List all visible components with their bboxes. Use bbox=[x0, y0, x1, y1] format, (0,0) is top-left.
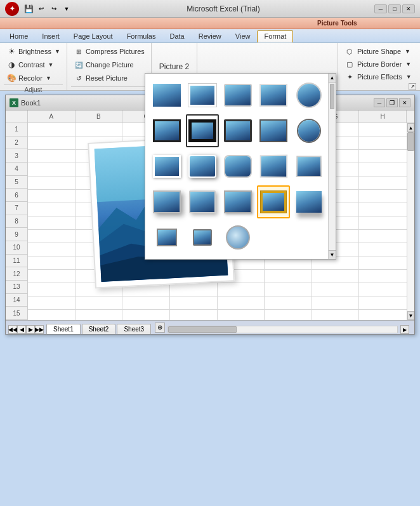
vertical-scrollbar[interactable]: ▲ ▼ bbox=[407, 123, 414, 320]
quick-access: ✦ 💾 ↩ ↪ ▼ bbox=[5, 2, 72, 16]
col-header-spacer bbox=[407, 110, 414, 123]
tab-page-layout[interactable]: Page Layout bbox=[67, 30, 120, 43]
row-num-8: 8 bbox=[6, 215, 27, 229]
row-num-9: 9 bbox=[6, 228, 27, 241]
horizontal-scrollbar[interactable] bbox=[167, 326, 398, 333]
col-header-a: A bbox=[28, 110, 75, 123]
scroll-up-arrow[interactable]: ▲ bbox=[407, 123, 414, 132]
expand-styles-button[interactable]: ↗ bbox=[409, 83, 416, 90]
sheet-last-btn[interactable]: ▶▶ bbox=[35, 325, 44, 334]
scroll-thumb-handle[interactable] bbox=[407, 132, 414, 151]
thumb-item-15[interactable] bbox=[292, 150, 325, 183]
sheet-tab-3[interactable]: Sheet3 bbox=[117, 324, 151, 334]
thumb-item-6[interactable] bbox=[150, 114, 183, 147]
excel-minimize-button[interactable]: ─ bbox=[374, 98, 385, 107]
thumb-item-13[interactable] bbox=[221, 150, 254, 183]
scroll-thumb[interactable] bbox=[330, 84, 334, 109]
close-button[interactable]: ✕ bbox=[402, 4, 415, 13]
tab-format[interactable]: Format bbox=[257, 30, 293, 43]
thumb-item-14[interactable] bbox=[257, 150, 290, 183]
thumb-item-4[interactable] bbox=[257, 79, 290, 112]
tab-view[interactable]: View bbox=[228, 30, 258, 43]
thumb-item-8[interactable] bbox=[221, 114, 254, 147]
thumb-item-7[interactable] bbox=[186, 114, 219, 147]
thumb-item-17[interactable] bbox=[186, 185, 219, 218]
thumb-item-1[interactable] bbox=[150, 79, 183, 112]
thumb-item-23[interactable] bbox=[221, 221, 254, 254]
compress-icon: ⊞ bbox=[74, 46, 84, 57]
brightness-icon: ☀ bbox=[6, 46, 16, 57]
thumb-item-3[interactable] bbox=[221, 79, 254, 112]
row-num-header bbox=[6, 110, 28, 123]
thumb-item-19[interactable] bbox=[257, 185, 290, 218]
picture-shape-button[interactable]: ⬡ Picture Shape ▼ bbox=[342, 45, 416, 58]
thumbnail-grid bbox=[150, 79, 331, 254]
recolor-button[interactable]: 🎨 Recolor ▼ bbox=[4, 72, 63, 84]
row-num-10: 10 bbox=[6, 241, 27, 255]
row-num-14: 14 bbox=[6, 294, 27, 307]
sheet-first-btn[interactable]: ◀◀ bbox=[8, 325, 17, 334]
reset-picture-button[interactable]: ↺ Reset Picture bbox=[71, 72, 147, 84]
thumb-item-5[interactable] bbox=[292, 79, 325, 112]
thumb-item-22[interactable] bbox=[186, 221, 219, 254]
thumb-item-9[interactable] bbox=[257, 114, 290, 147]
minimize-button[interactable]: ─ bbox=[374, 4, 387, 13]
thumb-item-16[interactable] bbox=[150, 185, 183, 218]
excel-close-button[interactable]: ✕ bbox=[399, 98, 410, 107]
maximize-button[interactable]: □ bbox=[388, 4, 401, 13]
picture-border-icon: ▢ bbox=[345, 59, 355, 69]
scroll-down-arrow[interactable]: ▼ bbox=[407, 311, 414, 320]
excel-icon: X bbox=[10, 98, 18, 107]
excel-restore-button[interactable]: ❐ bbox=[386, 98, 398, 107]
contrast-icon: ◑ bbox=[6, 60, 16, 70]
scroll-up-btn[interactable]: ▲ bbox=[329, 74, 336, 83]
app-container: ✦ 💾 ↩ ↪ ▼ Microsoft Excel (Trial) ─ □ ✕ … bbox=[0, 0, 420, 506]
row-num-6: 6 bbox=[6, 189, 27, 202]
save-icon[interactable]: 💾 bbox=[23, 3, 34, 15]
tab-insert[interactable]: Insert bbox=[35, 30, 67, 43]
excel-window-controls: ─ ❐ ✕ bbox=[374, 98, 410, 107]
adjust-section: ☀ Brightness ▼ ◑ Contrast ▼ 🎨 Recolor ▼ … bbox=[0, 43, 67, 90]
sheet-tabs-bar: ◀◀ ◀ ▶ ▶▶ Sheet1 Sheet2 Sheet3 ⊕ ▶ bbox=[6, 320, 414, 334]
thumb-item-20[interactable] bbox=[292, 185, 325, 218]
thumb-item-10[interactable] bbox=[292, 114, 325, 147]
thumb-item-12[interactable] bbox=[186, 150, 219, 183]
tab-formulas[interactable]: Formulas bbox=[120, 30, 163, 43]
tab-home[interactable]: Home bbox=[3, 30, 35, 43]
compress-pictures-button[interactable]: ⊞ Compress Pictures bbox=[71, 45, 147, 58]
change-picture-button[interactable]: 🔄 Change Picture bbox=[71, 58, 147, 71]
title-bar: ✦ 💾 ↩ ↪ ▼ Microsoft Excel (Trial) ─ □ ✕ bbox=[0, 0, 420, 18]
thumb-item-18[interactable] bbox=[221, 185, 254, 218]
contrast-button[interactable]: ◑ Contrast ▼ bbox=[4, 58, 63, 71]
dropdown-scrollbar[interactable]: ▲ ▼ bbox=[328, 74, 336, 259]
tab-review[interactable]: Review bbox=[192, 30, 228, 43]
sheet-tab-1[interactable]: Sheet1 bbox=[46, 324, 81, 334]
sheet-prev-btn[interactable]: ◀ bbox=[17, 325, 26, 334]
row-num-11: 11 bbox=[6, 255, 27, 268]
undo-icon[interactable]: ↩ bbox=[36, 3, 47, 15]
scroll-right-btn[interactable]: ▶ bbox=[400, 325, 409, 334]
thumb-item-2[interactable] bbox=[186, 79, 219, 112]
redo-icon[interactable]: ↪ bbox=[48, 3, 60, 15]
scroll-track[interactable] bbox=[407, 132, 414, 311]
picture-effects-button[interactable]: ✦ Picture Effects ▼ bbox=[342, 70, 416, 83]
thumb-item-21[interactable] bbox=[150, 221, 183, 254]
picture-shape-icon: ⬡ bbox=[345, 46, 355, 57]
sheet-tab-2[interactable]: Sheet2 bbox=[82, 324, 116, 334]
window-controls: ─ □ ✕ bbox=[374, 4, 415, 13]
scroll-down-btn[interactable]: ▼ bbox=[329, 250, 336, 259]
picture-style-section: ⬡ Picture Shape ▼ ▢ Picture Border ▼ ✦ P… bbox=[338, 43, 420, 90]
row-num-5: 5 bbox=[6, 176, 27, 189]
picture-border-button[interactable]: ▢ Picture Border ▼ bbox=[342, 58, 416, 70]
sheet-next-btn[interactable]: ▶ bbox=[26, 325, 35, 334]
dropdown-scroll-area[interactable] bbox=[145, 74, 336, 259]
customize-qa-icon[interactable]: ▼ bbox=[61, 3, 72, 15]
row-num-13: 13 bbox=[6, 281, 27, 294]
thumb-item-11[interactable] bbox=[150, 150, 183, 183]
brightness-button[interactable]: ☀ Brightness ▼ bbox=[4, 45, 63, 58]
row-numbers: 1 2 3 4 5 6 7 8 9 10 11 12 13 14 15 bbox=[6, 123, 28, 320]
office-icon[interactable]: ✦ bbox=[5, 2, 19, 16]
tab-data[interactable]: Data bbox=[162, 30, 191, 43]
row-num-2: 2 bbox=[6, 136, 27, 150]
sheet-tab-add-icon[interactable]: ⊕ bbox=[155, 323, 165, 333]
